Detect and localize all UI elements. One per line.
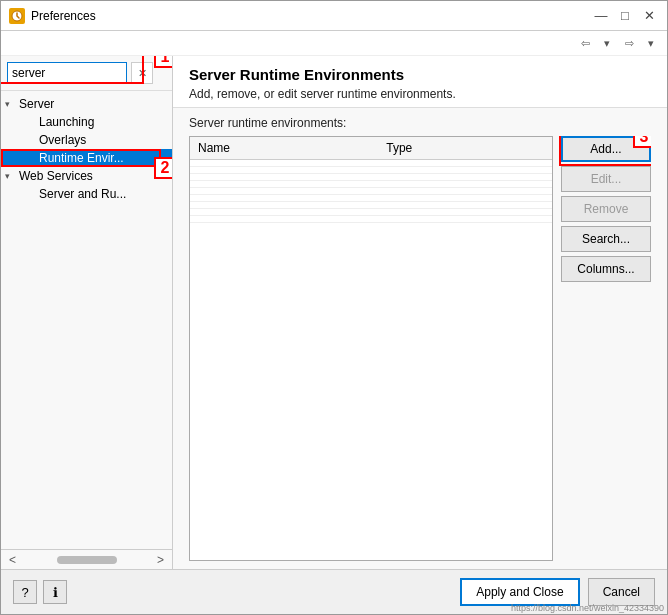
info-icon: ℹ [53, 585, 58, 600]
panel-header: Server Runtime Environments Add, remove,… [173, 56, 667, 108]
runtime-env-wrapper: Runtime Envir... 2 [1, 149, 172, 167]
search-area: ✕ 1 [1, 56, 172, 91]
table-buttons-row: Name Type [189, 136, 651, 561]
annotation-1: 1 [154, 56, 173, 68]
panel-description: Add, remove, or edit server runtime envi… [189, 87, 651, 101]
table-row [190, 209, 552, 216]
sidebar-item-label: Server [19, 97, 54, 111]
help-button[interactable]: ? [13, 580, 37, 604]
apply-close-button[interactable]: Apply and Close [460, 578, 579, 606]
table-row [190, 216, 552, 223]
cancel-button[interactable]: Cancel [588, 578, 655, 606]
search-input[interactable] [7, 62, 127, 84]
back-dropdown-button[interactable]: ▾ [597, 33, 617, 53]
forward-button[interactable]: ⇨ [619, 33, 639, 53]
table-row [190, 167, 552, 174]
remove-button[interactable]: Remove [561, 196, 651, 222]
maximize-button[interactable]: □ [615, 6, 635, 26]
env-table: Name Type [190, 137, 552, 223]
sidebar-nav: < > [1, 549, 172, 569]
sidebar-item-label: Server and Ru... [39, 187, 126, 201]
sidebar-item-launching[interactable]: Launching [1, 113, 172, 131]
add-button[interactable]: Add... [561, 136, 651, 162]
bottom-left-icons: ? ℹ [13, 580, 67, 604]
sidebar-item-web-services[interactable]: ▾ Web Services [1, 167, 172, 185]
env-table-wrapper: Name Type [189, 136, 553, 561]
edit-button[interactable]: Edit... [561, 166, 651, 192]
bottom-bar: ? ℹ Apply and Close Cancel [1, 569, 667, 614]
panel-subtitle: Server runtime environments: [189, 116, 651, 130]
panel-body: Server runtime environments: Name Type [173, 108, 667, 569]
expand-arrow-icon: ▾ [5, 171, 19, 181]
back-button[interactable]: ⇦ [575, 33, 595, 53]
search-button[interactable]: Search... [561, 226, 651, 252]
table-row [190, 202, 552, 209]
table-row [190, 188, 552, 195]
table-row [190, 174, 552, 181]
sidebar: ✕ 1 ▾ Server Launching [1, 56, 173, 569]
right-panel: Server Runtime Environments Add, remove,… [173, 56, 667, 569]
table-row [190, 181, 552, 188]
sidebar-item-overlays[interactable]: Overlays [1, 131, 172, 149]
add-btn-wrapper: Add... 3 [561, 136, 651, 162]
main-content: ✕ 1 ▾ Server Launching [1, 56, 667, 569]
expand-arrow-icon: ▾ [5, 99, 19, 109]
col-type: Type [378, 137, 552, 160]
close-button[interactable]: ✕ [639, 6, 659, 26]
app-icon [9, 8, 25, 24]
sidebar-item-label: Web Services [19, 169, 93, 183]
col-name: Name [190, 137, 378, 160]
sidebar-back-button[interactable]: < [9, 553, 16, 567]
forward-dropdown-button[interactable]: ▾ [641, 33, 661, 53]
sidebar-item-runtime-env[interactable]: Runtime Envir... [1, 149, 172, 167]
nav-toolbar: ⇦ ▾ ⇨ ▾ [1, 31, 667, 56]
sidebar-item-label: Overlays [39, 133, 86, 147]
info-button[interactable]: ℹ [43, 580, 67, 604]
clear-icon: ✕ [138, 67, 147, 80]
table-body [190, 160, 552, 223]
minimize-button[interactable]: — [591, 6, 611, 26]
columns-button[interactable]: Columns... [561, 256, 651, 282]
title-bar: Preferences — □ ✕ [1, 1, 667, 31]
tree-area: ▾ Server Launching Overlays Run [1, 91, 172, 549]
panel-title: Server Runtime Environments [189, 66, 651, 83]
table-row [190, 160, 552, 167]
sidebar-item-label: Launching [39, 115, 94, 129]
table-row [190, 195, 552, 202]
sidebar-scrollbar[interactable] [57, 556, 117, 564]
window-title: Preferences [31, 9, 591, 23]
sidebar-forward-button[interactable]: > [157, 553, 164, 567]
side-buttons: Add... 3 Edit... Remove Search... Column… [561, 136, 651, 561]
preferences-window: Preferences — □ ✕ ⇦ ▾ ⇨ ▾ ✕ 1 [0, 0, 668, 615]
help-icon: ? [21, 585, 28, 600]
sidebar-item-server-group[interactable]: ▾ Server [1, 95, 172, 113]
sidebar-item-label: Runtime Envir... [39, 151, 124, 165]
sidebar-item-server-ru[interactable]: Server and Ru... [1, 185, 172, 203]
window-controls: — □ ✕ [591, 6, 659, 26]
search-clear-button[interactable]: ✕ [131, 62, 153, 84]
table-header-row: Name Type [190, 137, 552, 160]
